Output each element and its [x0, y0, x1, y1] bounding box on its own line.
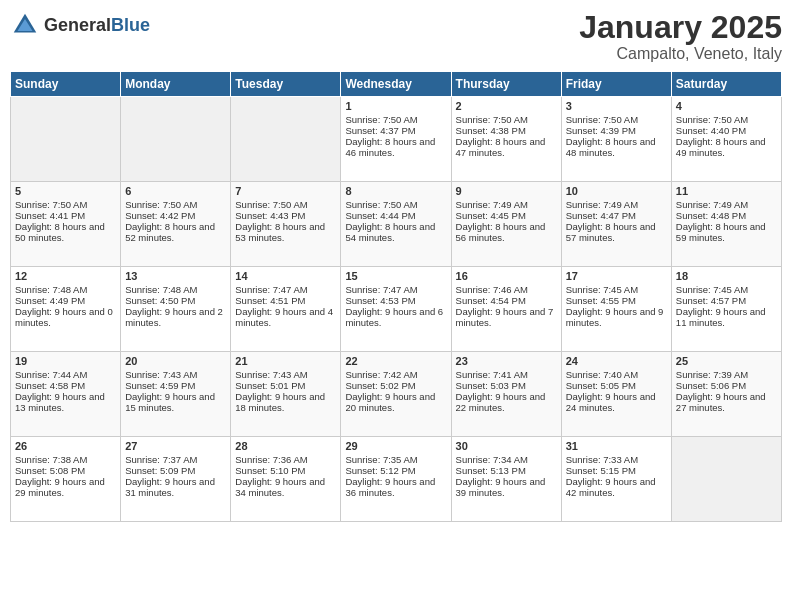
calendar-table: SundayMondayTuesdayWednesdayThursdayFrid…: [10, 71, 782, 522]
logo-icon: [10, 10, 40, 40]
daylight: Daylight: 9 hours and 6 minutes.: [345, 306, 443, 328]
sunrise: Sunrise: 7:39 AM: [676, 369, 748, 380]
day-header-monday: Monday: [121, 72, 231, 97]
sunset: Sunset: 5:05 PM: [566, 380, 636, 391]
sunrise: Sunrise: 7:49 AM: [676, 199, 748, 210]
daylight: Daylight: 8 hours and 46 minutes.: [345, 136, 435, 158]
daylight: Daylight: 9 hours and 4 minutes.: [235, 306, 333, 328]
sunrise: Sunrise: 7:44 AM: [15, 369, 87, 380]
calendar-cell: 2 Sunrise: 7:50 AM Sunset: 4:38 PM Dayli…: [451, 97, 561, 182]
calendar-cell: 7 Sunrise: 7:50 AM Sunset: 4:43 PM Dayli…: [231, 182, 341, 267]
sunset: Sunset: 4:39 PM: [566, 125, 636, 136]
daylight: Daylight: 9 hours and 42 minutes.: [566, 476, 656, 498]
sunset: Sunset: 4:50 PM: [125, 295, 195, 306]
calendar-cell: 15 Sunrise: 7:47 AM Sunset: 4:53 PM Dayl…: [341, 267, 451, 352]
daylight: Daylight: 9 hours and 36 minutes.: [345, 476, 435, 498]
calendar-cell: 26 Sunrise: 7:38 AM Sunset: 5:08 PM Dayl…: [11, 437, 121, 522]
calendar-cell: 12 Sunrise: 7:48 AM Sunset: 4:49 PM Dayl…: [11, 267, 121, 352]
sunset: Sunset: 4:54 PM: [456, 295, 526, 306]
sunrise: Sunrise: 7:49 AM: [566, 199, 638, 210]
sunrise: Sunrise: 7:50 AM: [566, 114, 638, 125]
day-headers-row: SundayMondayTuesdayWednesdayThursdayFrid…: [11, 72, 782, 97]
sunrise: Sunrise: 7:37 AM: [125, 454, 197, 465]
calendar-title: January 2025: [579, 10, 782, 45]
day-header-sunday: Sunday: [11, 72, 121, 97]
day-number: 16: [456, 270, 557, 282]
day-number: 9: [456, 185, 557, 197]
sunrise: Sunrise: 7:47 AM: [345, 284, 417, 295]
week-row-1: 1 Sunrise: 7:50 AM Sunset: 4:37 PM Dayli…: [11, 97, 782, 182]
daylight: Daylight: 9 hours and 31 minutes.: [125, 476, 215, 498]
calendar-cell: 29 Sunrise: 7:35 AM Sunset: 5:12 PM Dayl…: [341, 437, 451, 522]
day-number: 14: [235, 270, 336, 282]
sunrise: Sunrise: 7:43 AM: [235, 369, 307, 380]
sunset: Sunset: 4:37 PM: [345, 125, 415, 136]
calendar-cell: 31 Sunrise: 7:33 AM Sunset: 5:15 PM Dayl…: [561, 437, 671, 522]
sunrise: Sunrise: 7:50 AM: [235, 199, 307, 210]
calendar-cell: 11 Sunrise: 7:49 AM Sunset: 4:48 PM Dayl…: [671, 182, 781, 267]
sunrise: Sunrise: 7:38 AM: [15, 454, 87, 465]
sunset: Sunset: 5:13 PM: [456, 465, 526, 476]
sunset: Sunset: 4:58 PM: [15, 380, 85, 391]
day-number: 24: [566, 355, 667, 367]
day-number: 7: [235, 185, 336, 197]
daylight: Daylight: 9 hours and 2 minutes.: [125, 306, 223, 328]
sunrise: Sunrise: 7:50 AM: [15, 199, 87, 210]
day-number: 10: [566, 185, 667, 197]
sunset: Sunset: 4:49 PM: [15, 295, 85, 306]
calendar-cell: [11, 97, 121, 182]
sunset: Sunset: 5:06 PM: [676, 380, 746, 391]
page-header: GeneralBlue January 2025 Campalto, Venet…: [10, 10, 782, 63]
calendar-cell: 10 Sunrise: 7:49 AM Sunset: 4:47 PM Dayl…: [561, 182, 671, 267]
sunrise: Sunrise: 7:33 AM: [566, 454, 638, 465]
day-number: 11: [676, 185, 777, 197]
sunset: Sunset: 4:43 PM: [235, 210, 305, 221]
daylight: Daylight: 9 hours and 27 minutes.: [676, 391, 766, 413]
daylight: Daylight: 8 hours and 57 minutes.: [566, 221, 656, 243]
daylight: Daylight: 8 hours and 49 minutes.: [676, 136, 766, 158]
day-number: 26: [15, 440, 116, 452]
sunset: Sunset: 4:47 PM: [566, 210, 636, 221]
day-number: 29: [345, 440, 446, 452]
sunset: Sunset: 4:57 PM: [676, 295, 746, 306]
sunrise: Sunrise: 7:48 AM: [15, 284, 87, 295]
sunset: Sunset: 5:02 PM: [345, 380, 415, 391]
daylight: Daylight: 9 hours and 39 minutes.: [456, 476, 546, 498]
calendar-cell: 8 Sunrise: 7:50 AM Sunset: 4:44 PM Dayli…: [341, 182, 451, 267]
calendar-cell: 14 Sunrise: 7:47 AM Sunset: 4:51 PM Dayl…: [231, 267, 341, 352]
logo-general: General: [44, 15, 111, 35]
calendar-cell: 13 Sunrise: 7:48 AM Sunset: 4:50 PM Dayl…: [121, 267, 231, 352]
day-number: 17: [566, 270, 667, 282]
sunset: Sunset: 5:08 PM: [15, 465, 85, 476]
sunset: Sunset: 4:44 PM: [345, 210, 415, 221]
day-number: 23: [456, 355, 557, 367]
calendar-cell: 19 Sunrise: 7:44 AM Sunset: 4:58 PM Dayl…: [11, 352, 121, 437]
day-number: 8: [345, 185, 446, 197]
calendar-cell: 23 Sunrise: 7:41 AM Sunset: 5:03 PM Dayl…: [451, 352, 561, 437]
logo-blue: Blue: [111, 15, 150, 35]
calendar-cell: 24 Sunrise: 7:40 AM Sunset: 5:05 PM Dayl…: [561, 352, 671, 437]
daylight: Daylight: 8 hours and 53 minutes.: [235, 221, 325, 243]
daylight: Daylight: 9 hours and 29 minutes.: [15, 476, 105, 498]
daylight: Daylight: 9 hours and 18 minutes.: [235, 391, 325, 413]
calendar-cell: 20 Sunrise: 7:43 AM Sunset: 4:59 PM Dayl…: [121, 352, 231, 437]
calendar-cell: 9 Sunrise: 7:49 AM Sunset: 4:45 PM Dayli…: [451, 182, 561, 267]
sunset: Sunset: 4:38 PM: [456, 125, 526, 136]
daylight: Daylight: 8 hours and 56 minutes.: [456, 221, 546, 243]
sunrise: Sunrise: 7:48 AM: [125, 284, 197, 295]
sunset: Sunset: 4:48 PM: [676, 210, 746, 221]
day-header-friday: Friday: [561, 72, 671, 97]
sunrise: Sunrise: 7:40 AM: [566, 369, 638, 380]
day-number: 13: [125, 270, 226, 282]
calendar-cell: 28 Sunrise: 7:36 AM Sunset: 5:10 PM Dayl…: [231, 437, 341, 522]
sunrise: Sunrise: 7:46 AM: [456, 284, 528, 295]
sunrise: Sunrise: 7:50 AM: [456, 114, 528, 125]
week-row-5: 26 Sunrise: 7:38 AM Sunset: 5:08 PM Dayl…: [11, 437, 782, 522]
day-number: 18: [676, 270, 777, 282]
day-number: 25: [676, 355, 777, 367]
daylight: Daylight: 8 hours and 54 minutes.: [345, 221, 435, 243]
sunset: Sunset: 4:53 PM: [345, 295, 415, 306]
sunrise: Sunrise: 7:50 AM: [345, 199, 417, 210]
sunset: Sunset: 4:42 PM: [125, 210, 195, 221]
daylight: Daylight: 9 hours and 34 minutes.: [235, 476, 325, 498]
